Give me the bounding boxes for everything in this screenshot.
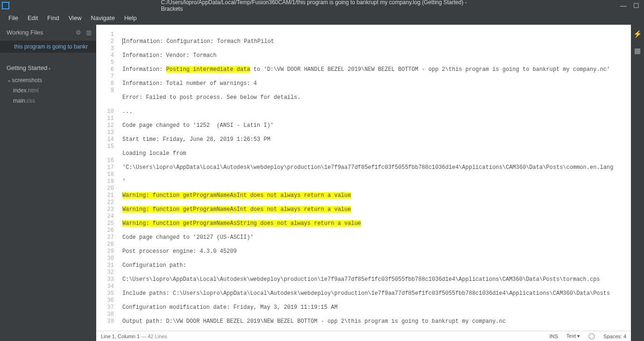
menubar: File Edit Find View Navigate Help [0,11,644,24]
menu-help[interactable]: Help [120,13,142,23]
working-file-item[interactable]: this program is going to bankr [0,41,96,53]
cursor-position[interactable]: Line 1, Column 1 — 42 Lines [101,334,167,339]
code-line: Post processor engine: 4.3.0 45209 [122,248,631,255]
code-line: ... [122,108,631,115]
code-line: 'C:\Users\lopro\AppData\Local\Autodesk\w… [122,164,631,171]
language-mode[interactable]: Text ▾ [566,333,580,339]
menu-view[interactable]: View [64,13,86,23]
code-line: Information: Configuration: Tormach Path… [123,38,274,45]
menu-find[interactable]: Find [42,13,64,23]
code-line: Information: Vendor: Tormach [122,52,631,59]
highlight: Warning: function getProgramNameAsInt do… [122,206,351,213]
menu-edit[interactable]: Edit [23,13,42,23]
editor-pane: 1234567891011121314151617181920212223242… [96,24,631,341]
tree-folder-screenshots[interactable]: screenshots [0,75,96,85]
highlight: Posting intermediate data [166,66,250,73]
editor-body[interactable]: 1234567891011121314151617181920212223242… [96,25,631,331]
code-line: Configuration path: [122,262,631,269]
code-line: Error: Failed to post process. See below… [122,94,631,101]
status-circle-icon[interactable] [588,333,595,340]
project-header[interactable]: Getting Started [0,53,96,75]
right-rail: ⚡ ▦ [631,24,644,341]
minimize-icon[interactable]: — [620,2,627,9]
extensions-icon[interactable]: ▦ [633,47,642,55]
code-line: Output path: D:\VW DOOR HANDLE BEZEL 201… [122,318,631,325]
code-area[interactable]: Information: Configuration: Tormach Path… [120,25,631,331]
titlebar: C:/Users/lopro/AppData/Local/Temp/Fusion… [0,0,644,11]
working-files-label: Working Files [7,29,43,36]
split-view-icon[interactable]: ▥ [86,29,92,36]
maximize-icon[interactable]: ☐ [633,2,639,9]
tree-file-main[interactable]: main.css [0,96,96,106]
sidebar: Working Files ⚙ ▥ this program is going … [0,24,96,341]
menu-navigate[interactable]: Navigate [86,13,120,23]
code-line: Start time: Friday, June 28, 2019 1:26:5… [122,136,631,143]
code-line: C:\Users\lopro\AppData\Local\Autodesk\we… [122,276,631,283]
insert-mode[interactable]: INS [550,334,558,339]
gear-icon[interactable]: ⚙ [76,29,81,36]
code-line: Loading locale from [122,150,631,157]
window-title: C:/Users/lopro/AppData/Local/Temp/Fusion… [161,0,483,12]
code-line: Code page changed to '1252 (ANSI - Latin… [122,122,631,129]
window-controls: — ☐ [620,2,644,9]
statusbar: Line 1, Column 1 — 42 Lines INS Text ▾ S… [96,331,631,341]
tree-file-index[interactable]: index.html [0,85,96,96]
main-area: Working Files ⚙ ▥ this program is going … [0,24,644,341]
live-preview-icon[interactable]: ⚡ [633,30,642,38]
code-line: Code page changed to '20127 (US-ASCII)' [122,234,631,241]
code-line: ' [122,178,631,185]
code-line: Information: Total number of warnings: 4 [122,80,631,87]
working-files-header: Working Files ⚙ ▥ [0,24,96,41]
line-gutter: 1234567891011121314151617181920212223242… [96,25,120,331]
app-icon [2,2,9,9]
indent-mode[interactable]: Spaces: 4 [603,334,626,339]
code-line: Configuration modification date: Friday,… [122,304,631,311]
menu-file[interactable]: File [4,13,23,23]
highlight: Warning: function getProgramNameAsString… [122,220,361,227]
code-line: Include paths: C:\Users\lopro\AppData\Lo… [122,290,631,297]
highlight: Warning: function getProgramNameAsInt do… [122,192,351,199]
